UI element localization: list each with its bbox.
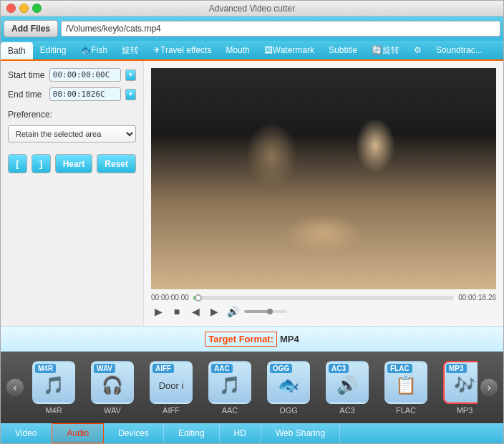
tab-watermark-label: Watermark: [273, 45, 314, 55]
travel-icon: ✈: [153, 45, 160, 55]
tab-travel[interactable]: ✈ Travel effects: [146, 41, 218, 59]
stop-button[interactable]: ■: [170, 304, 184, 319]
title-bar: Advanced Video cutter: [1, 1, 503, 16]
start-time-arrow[interactable]: ▼: [125, 69, 136, 81]
format-value: MP4: [280, 334, 299, 344]
format-icon-aiff: AIFF Door i: [150, 361, 193, 404]
volume-slider[interactable]: [244, 310, 287, 313]
format-tab-devices[interactable]: Devices: [104, 423, 164, 443]
format-icon-aac: AAC 🎵: [208, 361, 251, 404]
tab-bar: Bath Editing 🐟 Fish 旋转 ✈ Travel effects …: [1, 41, 503, 61]
format-tab-audio-label: Audio: [67, 428, 89, 438]
format-item-flac[interactable]: FLAC 📋 FLAC: [379, 361, 433, 415]
format-item-ac3[interactable]: AC3 🔊 AC3: [320, 361, 374, 415]
start-bracket-button[interactable]: [: [8, 154, 27, 173]
format-items: M4R 🎵 M4R WAV 🎧 WAV AIFF Door i AIFF AAC…: [26, 361, 478, 415]
format-label-flac: FLAC: [396, 406, 416, 415]
timeline-track[interactable]: [193, 296, 454, 300]
tab-watermark[interactable]: 🖼 Watermark: [257, 41, 321, 59]
step-fwd-button[interactable]: ▶: [207, 304, 221, 319]
start-time-row: Start time ▼: [8, 68, 136, 82]
tab-subtitle[interactable]: Subtitle: [321, 41, 364, 59]
tab-fish[interactable]: 🐟 Fish: [73, 41, 115, 59]
video-preview: [151, 68, 496, 289]
end-time-input[interactable]: [49, 87, 121, 101]
start-time-label: Start time: [8, 70, 45, 80]
close-button[interactable]: [6, 4, 16, 13]
format-icon-ac3: AC3 🔊: [326, 361, 369, 404]
play-button[interactable]: ▶: [151, 304, 165, 319]
format-item-ogg[interactable]: OGG 🐟 OGG: [261, 361, 316, 415]
start-time-input[interactable]: [49, 68, 121, 82]
format-icon-mp3: MP3 🎶: [443, 361, 478, 404]
watermark-icon: 🖼: [264, 45, 273, 55]
end-time-row: End time ▼: [8, 87, 136, 101]
format-tab-hd[interactable]: HD: [220, 423, 261, 443]
tab-fish-icon: 🐟: [80, 45, 91, 55]
preference-label: Preference:: [8, 110, 136, 120]
step-back-button[interactable]: ◀: [188, 304, 203, 319]
left-panel: Start time ▼ End time ▼ Preference: Reta…: [1, 61, 144, 326]
format-item-mp3[interactable]: MP3 🎶 MP3: [437, 361, 478, 415]
format-tab-editing-label: Editing: [178, 428, 205, 438]
tab-mouth-label: Mouth: [226, 45, 249, 55]
timeline-thumb: [195, 294, 202, 301]
app-title: Advanced Video cutter: [209, 4, 296, 14]
timeline-row: 00:00:00.00 00:00:18.26: [151, 294, 496, 301]
format-label-aiff: AIFF: [163, 406, 180, 415]
format-item-m4r[interactable]: M4R 🎵 M4R: [26, 361, 81, 415]
tab-editing[interactable]: Editing: [33, 41, 74, 59]
format-tab-web-sharing-label: Web Sharing: [276, 428, 325, 438]
format-tab-audio[interactable]: Audio: [52, 423, 104, 443]
format-item-wav[interactable]: WAV 🎧 WAV: [85, 361, 140, 415]
tab-settings[interactable]: ⚙: [407, 41, 429, 59]
reset-button[interactable]: Reset: [97, 154, 136, 173]
top-toolbar: Add Files /Volumes/keylo/cats.mp4: [1, 16, 503, 41]
minimize-button[interactable]: [19, 4, 29, 13]
format-nav-left[interactable]: ‹: [6, 379, 24, 396]
format-tab-video[interactable]: Video: [1, 423, 52, 443]
tab-subtitle-label: Subtitle: [329, 45, 357, 55]
video-panel: 00:00:00.00 00:00:18.26 ▶ ■ ◀ ▶ 🔊: [144, 61, 503, 326]
format-item-aiff[interactable]: AIFF Door i AIFF: [144, 361, 198, 415]
format-icon-wav: WAV 🎧: [91, 361, 134, 404]
tab-bath[interactable]: Bath: [1, 42, 33, 59]
tab-rotate1-label: 旋转: [122, 44, 139, 57]
action-buttons: [ ] Heart Reset: [8, 154, 136, 173]
time-total: 00:00:18.26: [458, 294, 496, 301]
format-selector: ‹ M4R 🎵 M4R WAV 🎧 WAV AIFF Door i AIFF: [1, 352, 503, 423]
heart-button[interactable]: Heart: [55, 154, 93, 173]
end-time-arrow[interactable]: ▼: [125, 89, 136, 100]
preference-select[interactable]: Retain the selected area Remove the sele…: [8, 125, 136, 143]
file-path: /Volumes/keylo/cats.mp4: [61, 21, 500, 37]
format-label-ac3: AC3: [339, 406, 354, 415]
end-bracket-button[interactable]: ]: [32, 154, 51, 173]
volume-thumb: [267, 309, 273, 314]
format-label-m4r: M4R: [45, 406, 62, 415]
time-current: 00:00:00.00: [151, 294, 189, 301]
format-nav-right[interactable]: ›: [480, 379, 498, 396]
format-item-aac[interactable]: AAC 🎵 AAC: [203, 361, 257, 415]
tab-bath-label: Bath: [8, 46, 26, 56]
add-files-button[interactable]: Add Files: [4, 20, 58, 37]
format-tabs: Video Audio Devices Editing HD Web Shari…: [1, 423, 503, 443]
tab-fish-label: Fish: [91, 45, 107, 55]
playback-controls: ▶ ■ ◀ ▶ 🔊: [151, 304, 496, 319]
format-label-aac: AAC: [222, 406, 238, 415]
rotate-icon: 🔄: [372, 45, 382, 55]
tab-soundtrack[interactable]: Soundtrac...: [429, 41, 490, 59]
maximize-button[interactable]: [32, 4, 42, 13]
format-label-mp3: MP3: [457, 406, 473, 415]
format-tab-web-sharing[interactable]: Web Sharing: [261, 423, 340, 443]
tab-soundtrack-label: Soundtrac...: [436, 45, 483, 55]
tab-rotate2[interactable]: 🔄 旋转: [364, 41, 407, 59]
tab-rotate1[interactable]: 旋转: [115, 41, 146, 59]
tab-rotate2-label: 旋转: [382, 44, 399, 57]
format-target-bar: Target Format: MP4: [1, 326, 503, 352]
format-tab-editing[interactable]: Editing: [164, 423, 220, 443]
main-content: Start time ▼ End time ▼ Preference: Reta…: [1, 61, 503, 326]
tab-mouth[interactable]: Mouth: [218, 41, 256, 59]
video-controls: 00:00:00.00 00:00:18.26 ▶ ■ ◀ ▶ 🔊: [151, 294, 496, 319]
video-container: [151, 68, 496, 289]
format-icon-flac: FLAC 📋: [384, 361, 427, 404]
